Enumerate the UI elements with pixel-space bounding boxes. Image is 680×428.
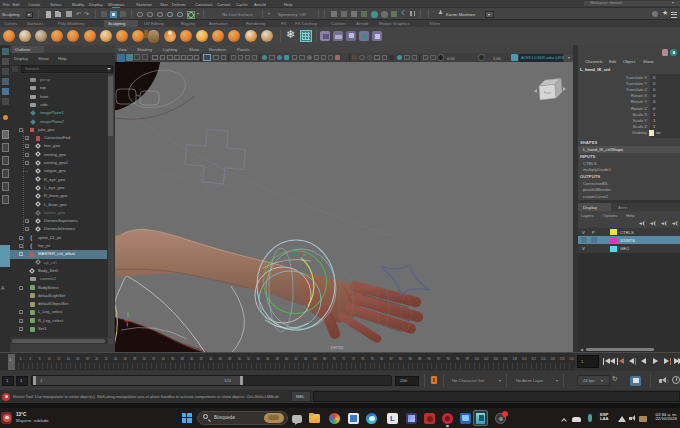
- svg-text:persp: persp: [331, 344, 344, 350]
- svg-text:Front: Front: [544, 91, 551, 95]
